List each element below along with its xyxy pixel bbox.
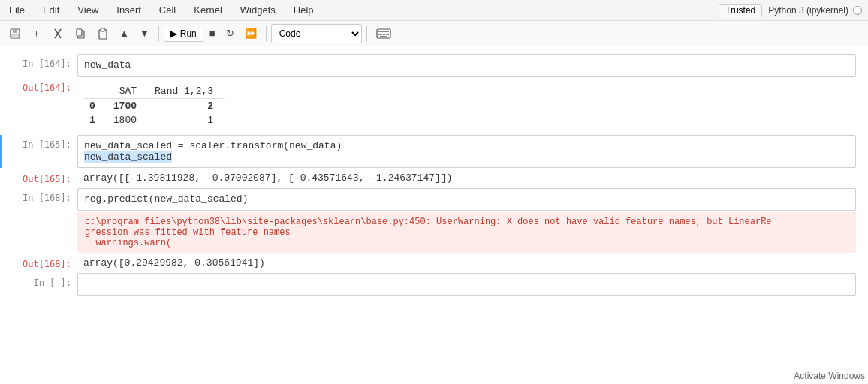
activate-windows-text: Activate Windows	[794, 370, 865, 381]
svg-rect-13	[387, 31, 389, 32]
save-icon	[9, 28, 21, 40]
stop-button[interactable]: ■	[205, 25, 220, 42]
cell-164-input-row: In [164]: new_data	[2, 54, 868, 76]
cell-168-out: Out[168]: array([0.29429982, 0.30561941]…	[0, 254, 868, 272]
toolbar-separator-1	[158, 26, 159, 41]
save-button[interactable]	[5, 25, 26, 43]
cell-165-output-content: array([[-1.39811928, -0.07002087], [-0.4…	[77, 170, 856, 187]
df-col-index	[83, 84, 107, 99]
menu-widgets[interactable]: Widgets	[237, 3, 279, 17]
cell-164-input[interactable]: new_data	[77, 54, 856, 76]
cell-empty-input[interactable]	[77, 273, 856, 296]
cell-type-dropdown[interactable]: Code Markdown Raw NBConvert	[271, 24, 362, 44]
cell-165-out: Out[165]: array([[-1.39811928, -0.070020…	[0, 170, 868, 187]
cell-165-output-row: Out[165]: array([[-1.39811928, -0.070020…	[2, 170, 868, 187]
svg-rect-12	[384, 31, 387, 32]
cell-164-in-label: In [164]:	[2, 54, 77, 69]
run-label: Run	[180, 28, 197, 39]
restart-button[interactable]: ↻	[222, 25, 239, 42]
svg-rect-6	[77, 29, 82, 36]
copy-button[interactable]	[70, 25, 91, 43]
menu-help[interactable]: Help	[291, 3, 317, 17]
cell-168-output-row: Out[168]: array([0.29429982, 0.30561941]…	[2, 254, 868, 272]
cell-168-in-label: In [168]:	[2, 188, 77, 203]
cell-165-input-row: In [165]: new_data_scaled = scaler.trans…	[2, 135, 868, 168]
dataframe-table: SAT Rand 1,2,3 0 1700 2 1 1800	[83, 84, 225, 128]
toolbar: ＋ ▲ ▼ ▶ Run ■ ↻ ⏩ Code Markd	[0, 21, 868, 46]
menu-view[interactable]: View	[74, 3, 101, 17]
menu-file[interactable]: File	[6, 3, 28, 17]
move-down-button[interactable]: ▼	[135, 25, 154, 42]
cell-164: In [164]: new_data	[0, 54, 868, 76]
toolbar-separator-3	[366, 26, 367, 41]
keyboard-icon	[376, 28, 391, 39]
paste-button[interactable]	[92, 25, 113, 43]
cut-button[interactable]	[47, 25, 68, 43]
svg-rect-15	[383, 34, 385, 35]
menu-insert[interactable]: Insert	[113, 3, 144, 17]
df-cell-1-rand: 1	[149, 113, 225, 128]
cell-168: In [168]: reg.predict(new_data_scaled)	[0, 188, 868, 211]
cell-165: In [165]: new_data_scaled = scaler.trans…	[0, 135, 868, 168]
cell-168-warning-content: c:\program files\python38\lib\site-packa…	[77, 212, 856, 253]
svg-rect-11	[381, 31, 384, 32]
cell-165-code-line2: new_data_scaled	[84, 152, 172, 163]
cell-168-output-content: array([0.29429982, 0.30561941])	[77, 254, 856, 272]
cell-164-out: Out[164]: SAT Rand 1,2,3 0 1700	[0, 78, 868, 134]
svg-rect-16	[386, 34, 389, 35]
cut-icon	[52, 28, 64, 40]
cell-168-input[interactable]: reg.predict(new_data_scaled)	[77, 188, 856, 211]
add-cell-above-button[interactable]: ＋	[27, 24, 46, 44]
df-col-rand: Rand 1,2,3	[149, 84, 225, 99]
menubar: File Edit View Insert Cell Kernel Widget…	[0, 0, 868, 21]
cell-165-out-label: Out[165]:	[2, 170, 77, 184]
paste-icon	[97, 28, 109, 40]
df-col-sat: SAT	[107, 84, 149, 99]
menu-kernel[interactable]: Kernel	[191, 3, 225, 17]
svg-rect-1	[13, 29, 17, 33]
df-cell-0-rand: 2	[149, 99, 225, 114]
menu-cell[interactable]: Cell	[156, 3, 179, 17]
run-button[interactable]: ▶ Run	[164, 26, 203, 42]
restart-run-button[interactable]: ⏩	[240, 25, 261, 42]
cell-165-code-line1: new_data_scaled = scaler.transform(new_d…	[84, 140, 342, 152]
cell-164-out-label: Out[164]:	[2, 78, 77, 93]
df-cell-1-sat: 1800	[107, 113, 149, 128]
df-row-1: 1 1800 1	[83, 113, 225, 128]
cell-empty-row: In [ ]:	[2, 273, 868, 296]
kernel-info: Python 3 (ipykernel)	[768, 5, 862, 16]
run-triangle-icon: ▶	[170, 28, 177, 39]
cell-165-in-label: In [165]:	[2, 135, 77, 150]
df-cell-0-sat: 1700	[107, 99, 149, 114]
cell-168-warn-label	[2, 212, 77, 217]
df-cell-1-idx: 1	[83, 113, 107, 128]
cell-165-input[interactable]: new_data_scaled = scaler.transform(new_d…	[77, 135, 856, 168]
cell-168-input-row: In [168]: reg.predict(new_data_scaled)	[2, 188, 868, 211]
kernel-status-icon	[853, 6, 862, 15]
cell-empty-label: In [ ]:	[2, 273, 77, 288]
add-icon: ＋	[32, 27, 41, 40]
move-up-button[interactable]: ▲	[115, 25, 134, 42]
df-cell-0-idx: 0	[83, 99, 107, 114]
cell-empty: In [ ]:	[0, 273, 868, 296]
menu-edit[interactable]: Edit	[40, 3, 62, 17]
copy-icon	[74, 28, 86, 40]
cell-168-out-label: Out[168]:	[2, 254, 77, 269]
keyboard-shortcuts-button[interactable]	[372, 26, 396, 42]
trusted-button[interactable]: Trusted	[719, 4, 762, 17]
stop-icon: ■	[209, 28, 215, 39]
cell-168-warning: c:\program files\python38\lib\site-packa…	[0, 212, 868, 253]
svg-rect-14	[378, 34, 382, 35]
cell-168-warning-row: c:\program files\python38\lib\site-packa…	[2, 212, 868, 253]
df-row-0: 0 1700 2	[83, 99, 225, 114]
cell-164-output-row: Out[164]: SAT Rand 1,2,3 0 1700	[2, 78, 868, 134]
kernel-label: Python 3 (ipykernel)	[768, 5, 848, 16]
svg-rect-17	[380, 36, 387, 38]
toolbar-separator-2	[266, 26, 267, 41]
notebook: In [164]: new_data Out[164]: SAT Rand 1,…	[0, 46, 868, 384]
svg-rect-10	[378, 31, 381, 32]
menubar-right: Trusted Python 3 (ipykernel)	[719, 4, 862, 17]
svg-rect-2	[11, 34, 19, 38]
cell-164-output-content: SAT Rand 1,2,3 0 1700 2 1 1800	[77, 78, 856, 134]
svg-rect-8	[101, 28, 105, 32]
